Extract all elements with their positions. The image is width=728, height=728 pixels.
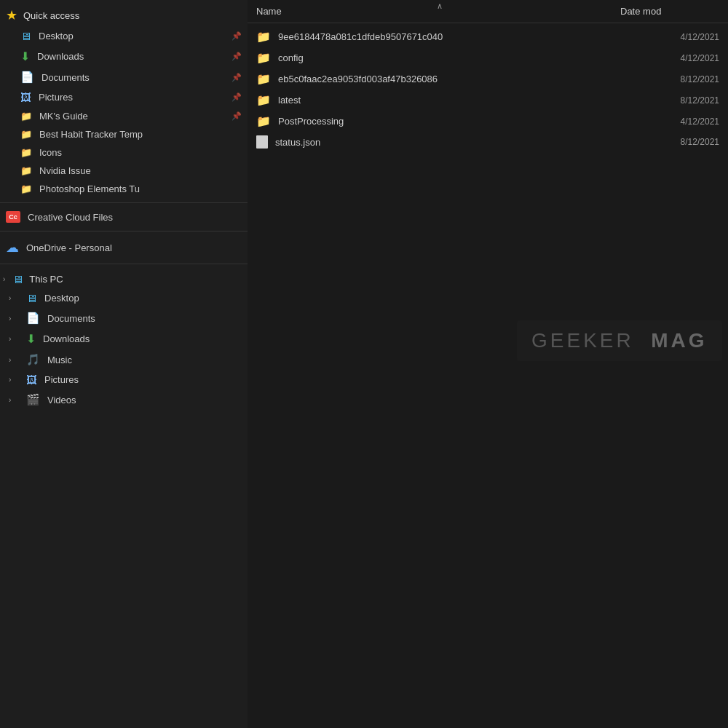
file-date: 4/12/2021 — [681, 116, 719, 127]
file-name: latest — [278, 95, 673, 106]
watermark-part2: MAG — [651, 329, 707, 352]
sidebar-item-pictures[interactable]: 🖼 Pictures 📌 — [0, 87, 248, 107]
sidebar: ★ Quick access 🖥 Desktop 📌 ⬇ Downloads 📌… — [0, 0, 248, 728]
sidebar-item-label: Documents — [47, 313, 95, 324]
pictures-icon: 🖼 — [20, 91, 31, 103]
documents-icon: 📄 — [20, 71, 34, 84]
table-row[interactable]: status.json 8/12/2021 — [248, 132, 728, 152]
sidebar-item-videos-pc[interactable]: › 🎬 Videos — [0, 389, 248, 410]
file-name: status.json — [275, 137, 673, 148]
folder-icon: 📁 — [20, 183, 32, 194]
watermark-text: GEEKER MAG — [531, 329, 708, 352]
chevron-right-icon: › — [9, 335, 11, 343]
creative-cloud-icon: Cc — [6, 211, 20, 223]
sidebar-item-photoshop-tu[interactable]: 📁 Photoshop Elements Tu — [0, 180, 248, 198]
folder-icon: 📁 — [20, 129, 32, 140]
this-pc-icon: 🖥 — [12, 273, 23, 285]
table-row[interactable]: 📁 PostProcessing 4/12/2021 — [248, 111, 728, 132]
column-headers: ∧ Name Date mod — [248, 0, 728, 23]
main-content-area: ∧ Name Date mod 📁 9ee6184478a081c1dfdeb9… — [248, 0, 728, 728]
chevron-right-icon: › — [9, 314, 11, 323]
chevron-right-icon: › — [9, 396, 11, 404]
sidebar-item-desktop[interactable]: 🖥 Desktop 📌 — [0, 26, 248, 46]
file-icon — [256, 135, 268, 149]
chevron-down-icon: › — [3, 275, 5, 283]
downloads-icon: ⬇ — [26, 332, 36, 346]
onedrive-icon: ☁ — [6, 240, 19, 256]
sidebar-item-documents-pc[interactable]: › 📄 Documents — [0, 308, 248, 328]
sidebar-item-mks-guide[interactable]: 📁 MK's Guide 📌 — [0, 107, 248, 125]
sidebar-this-pc-header[interactable]: › 🖥 This PC — [0, 269, 248, 288]
file-name: 9ee6184478a081c1dfdeb9507671c040 — [278, 31, 673, 42]
pin-icon: 📌 — [232, 92, 242, 102]
watermark-part1: GEEKER — [531, 329, 634, 352]
table-row[interactable]: 📁 config 4/12/2021 — [248, 47, 728, 68]
file-name: eb5c0faac2ea9053fd003af47b326086 — [278, 74, 673, 84]
sidebar-item-label: Icons — [39, 147, 62, 158]
pictures-icon: 🖼 — [26, 373, 37, 386]
sidebar-item-label: Documents — [41, 72, 90, 83]
folder-icon: 📁 — [256, 93, 271, 107]
sidebar-item-label: Music — [47, 355, 72, 365]
sidebar-item-label: Creative Cloud Files — [28, 212, 113, 223]
chevron-right-icon: › — [9, 356, 11, 364]
table-row[interactable]: 📁 latest 8/12/2021 — [248, 90, 728, 111]
downloads-icon: ⬇ — [20, 50, 30, 63]
sidebar-item-documents[interactable]: 📄 Documents 📌 — [0, 67, 248, 87]
pin-icon: 📌 — [232, 52, 242, 61]
sidebar-item-nvidia-issue[interactable]: 📁 Nvidia Issue — [0, 162, 248, 180]
folder-icon: 📁 — [256, 72, 271, 86]
sort-arrow-icon: ∧ — [437, 1, 443, 11]
sidebar-quick-access-header[interactable]: ★ Quick access — [0, 3, 248, 26]
sidebar-item-downloads-pc[interactable]: › ⬇ Downloads — [0, 328, 248, 349]
documents-icon: 📄 — [26, 312, 40, 325]
file-date: 4/12/2021 — [681, 53, 719, 63]
watermark: GEEKER MAG — [517, 320, 722, 361]
sidebar-item-onedrive[interactable]: ☁ OneDrive - Personal — [0, 236, 248, 259]
sidebar-item-label: Desktop — [39, 31, 74, 41]
star-icon: ★ — [6, 7, 17, 23]
file-name: config — [278, 52, 673, 63]
file-list: 📁 9ee6184478a081c1dfdeb9507671c040 4/12/… — [248, 23, 728, 728]
pin-icon: 📌 — [232, 111, 242, 121]
sidebar-item-creative-cloud[interactable]: Cc Creative Cloud Files — [0, 207, 248, 226]
file-date: 8/12/2021 — [681, 74, 719, 84]
sidebar-item-best-habit[interactable]: 📁 Best Habit Tracker Temp — [0, 125, 248, 143]
sidebar-item-label: MK's Guide — [39, 111, 88, 122]
sidebar-item-label: OneDrive - Personal — [26, 242, 112, 253]
folder-icon: 📁 — [20, 111, 32, 122]
table-row[interactable]: 📁 9ee6184478a081c1dfdeb9507671c040 4/12/… — [248, 26, 728, 47]
sidebar-item-icons[interactable]: 📁 Icons — [0, 143, 248, 162]
file-name: PostProcessing — [278, 116, 673, 127]
sidebar-item-label: Pictures — [39, 92, 73, 103]
folder-icon: 📁 — [20, 165, 32, 176]
desktop-icon: 🖥 — [20, 30, 31, 42]
chevron-right-icon: › — [9, 376, 11, 384]
sidebar-item-label: Downloads — [37, 51, 84, 62]
sidebar-item-desktop-pc[interactable]: › 🖥 Desktop — [0, 288, 248, 308]
sidebar-item-label: Videos — [47, 395, 76, 405]
pin-icon: 📌 — [232, 31, 242, 41]
sidebar-item-label: Nvidia Issue — [39, 165, 91, 176]
sidebar-item-label: Pictures — [44, 374, 79, 385]
file-explorer-main: ∧ Name Date mod 📁 9ee6184478a081c1dfdeb9… — [248, 0, 728, 728]
divider-3 — [0, 264, 248, 264]
chevron-right-icon: › — [9, 294, 11, 302]
sidebar-item-downloads[interactable]: ⬇ Downloads 📌 — [0, 46, 248, 67]
divider-1 — [0, 202, 248, 203]
sidebar-item-label: Downloads — [43, 333, 90, 344]
pin-icon: 📌 — [232, 73, 242, 82]
column-name-header[interactable]: Name — [248, 3, 612, 20]
folder-icon: 📁 — [256, 30, 271, 44]
file-date: 8/12/2021 — [681, 95, 719, 106]
desktop-icon: 🖥 — [26, 292, 37, 304]
table-row[interactable]: 📁 eb5c0faac2ea9053fd003af47b326086 8/12/… — [248, 68, 728, 90]
file-date: 8/12/2021 — [681, 137, 719, 147]
file-date: 4/12/2021 — [681, 32, 719, 42]
column-date-header[interactable]: Date mod — [612, 3, 670, 20]
sidebar-item-pictures-pc[interactable]: › 🖼 Pictures — [0, 370, 248, 389]
sidebar-item-label: Photoshop Elements Tu — [39, 183, 140, 194]
this-pc-label: This PC — [29, 274, 63, 285]
folder-icon: 📁 — [256, 114, 271, 128]
sidebar-item-music-pc[interactable]: › 🎵 Music — [0, 349, 248, 370]
